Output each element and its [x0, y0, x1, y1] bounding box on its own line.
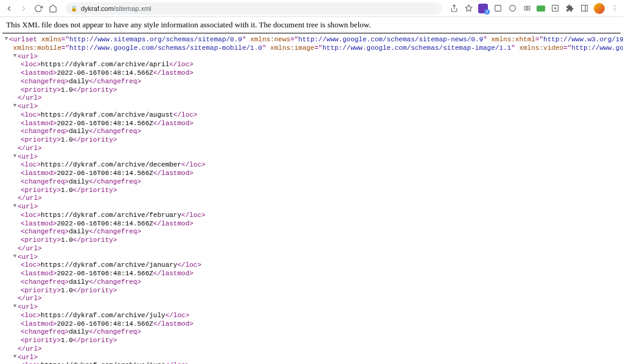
xml-loc: <loc>https://dykraf.com/archive/june</lo…	[4, 362, 619, 364]
xml-priority: <priority>1.0</priority>	[4, 337, 619, 345]
xml-url-open[interactable]: ▼<url>	[4, 253, 619, 262]
toolbar-right	[449, 3, 619, 14]
xml-priority: <priority>1.0</priority>	[4, 287, 619, 295]
xml-lastmod: <lastmod>2022-06-16T06:48:14.566Z</lastm…	[4, 170, 619, 178]
xml-url-open[interactable]: ▼<url>	[4, 53, 619, 61]
side-panel-icon[interactable]	[579, 4, 589, 13]
svg-point-5	[526, 7, 527, 9]
xml-lastmod: <lastmod>2022-06-16T06:48:14.566Z</lastm…	[4, 69, 619, 78]
svg-rect-4	[524, 6, 530, 10]
url-text: dykraf.com/sitemap.xml	[81, 5, 151, 12]
menu-dots-icon[interactable]	[610, 4, 619, 13]
xml-tree-view: ▼<urlset xmlns="http://www.sitemaps.org/…	[0, 33, 623, 364]
extension-icon-1[interactable]	[493, 4, 503, 13]
extension-icon-2[interactable]	[507, 4, 517, 13]
extension-icon-3[interactable]	[522, 4, 532, 13]
xml-lastmod: <lastmod>2022-06-16T06:48:14.566Z</lastm…	[4, 220, 619, 228]
forward-button[interactable]	[18, 3, 29, 14]
svg-marker-1	[465, 5, 472, 11]
star-icon[interactable]	[464, 4, 473, 13]
xml-url-close: </url>	[4, 94, 619, 103]
xml-root-open[interactable]: ▼<urlset xmlns="http://www.sitemaps.org/…	[4, 36, 619, 44]
svg-rect-9	[581, 5, 587, 12]
xml-loc: <loc>https://dykraf.com/archive/december…	[4, 161, 619, 170]
profile-avatar[interactable]	[594, 3, 605, 14]
xml-priority: <priority>1.0</priority>	[4, 187, 619, 195]
xml-changefreq: <changefreq>daily</changefreq>	[4, 228, 619, 236]
xml-lastmod: <lastmod>2022-06-16T06:48:14.566Z</lastm…	[4, 320, 619, 329]
browser-toolbar: 🔒 dykraf.com/sitemap.xml	[0, 0, 623, 17]
xml-priority: <priority>1.0</priority>	[4, 236, 619, 245]
svg-point-12	[614, 8, 615, 9]
new-tab-icon[interactable]	[550, 4, 560, 13]
reload-button[interactable]	[33, 3, 44, 14]
address-bar[interactable]: 🔒 dykraf.com/sitemap.xml	[66, 2, 442, 15]
svg-point-11	[614, 5, 615, 7]
xml-url-close: </url>	[4, 295, 619, 303]
xml-changefreq: <changefreq>daily</changefreq>	[4, 278, 619, 287]
xml-url-open[interactable]: ▼<url>	[4, 103, 619, 111]
svg-rect-2	[495, 5, 501, 12]
share-icon[interactable]	[449, 4, 459, 13]
xml-changefreq: <changefreq>daily</changefreq>	[4, 178, 619, 187]
xml-url-close: </url>	[4, 345, 619, 354]
extension-badge[interactable]	[478, 4, 488, 13]
xml-changefreq: <changefreq>daily</changefreq>	[4, 328, 619, 337]
xml-priority: <priority>1.0</priority>	[4, 136, 619, 145]
xml-loc: <loc>https://dykraf.com/archive/august</…	[4, 111, 619, 120]
xml-changefreq: <changefreq>daily</changefreq>	[4, 78, 619, 86]
xml-url-open[interactable]: ▼<url>	[4, 303, 619, 312]
xml-loc: <loc>https://dykraf.com/archive/january<…	[4, 261, 619, 270]
xml-priority: <priority>1.0</priority>	[4, 86, 619, 95]
xml-loc: <loc>https://dykraf.com/archive/july</lo…	[4, 312, 619, 320]
xml-notice: This XML file does not appear to have an…	[2, 17, 621, 33]
home-button[interactable]	[47, 3, 58, 14]
svg-point-13	[614, 10, 615, 11]
xml-url-close: </url>	[4, 194, 619, 203]
xml-url-close: </url>	[4, 245, 619, 253]
xml-lastmod: <lastmod>2022-06-16T06:48:14.566Z</lastm…	[4, 120, 619, 128]
svg-point-3	[509, 5, 515, 12]
xml-loc: <loc>https://dykraf.com/archive/february…	[4, 211, 619, 220]
xml-root-attrs: xmlns:mobile="http://www.google.com/sche…	[4, 44, 619, 53]
xml-url-open[interactable]: ▼<url>	[4, 153, 619, 162]
xml-url-close: </url>	[4, 145, 619, 153]
xml-lastmod: <lastmod>2022-06-16T06:48:14.566Z</lastm…	[4, 270, 619, 278]
extension-icon-4[interactable]	[537, 5, 545, 12]
xml-url-open[interactable]: ▼<url>	[4, 354, 619, 362]
back-button[interactable]	[4, 3, 15, 14]
extensions-puzzle-icon[interactable]	[565, 4, 574, 13]
xml-changefreq: <changefreq>daily</changefreq>	[4, 128, 619, 136]
lock-icon: 🔒	[71, 5, 77, 12]
xml-url-open[interactable]: ▼<url>	[4, 203, 619, 211]
xml-loc: <loc>https://dykraf.com/archive/april</l…	[4, 61, 619, 69]
